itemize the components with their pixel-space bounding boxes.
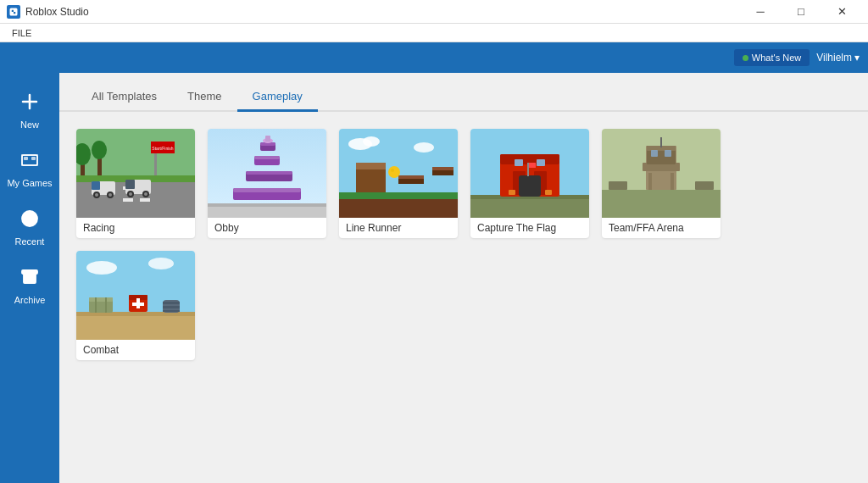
sidebar-recent-label: Recent — [15, 236, 45, 247]
template-card-line-runner[interactable]: Line Runner — [339, 129, 458, 238]
template-card-combat[interactable]: Combat — [76, 251, 195, 360]
svg-rect-54 — [356, 163, 386, 169]
svg-point-90 — [148, 258, 174, 269]
tab-gameplay[interactable]: Gameplay — [237, 83, 318, 112]
template-label-racing: Racing — [76, 218, 195, 238]
svg-rect-83 — [651, 150, 658, 157]
file-menu[interactable]: FILE — [7, 28, 36, 38]
template-card-team-ffa-arena[interactable]: Team/FFA Arena — [602, 129, 721, 238]
svg-rect-40 — [246, 171, 292, 175]
sidebar: New My Games Recent Archive — [0, 73, 59, 483]
svg-rect-78 — [648, 173, 652, 190]
svg-rect-69 — [537, 159, 545, 166]
template-thumb-ctf — [470, 129, 589, 218]
plus-icon — [19, 92, 40, 115]
svg-rect-71 — [527, 163, 529, 176]
sidebar-item-recent[interactable]: Recent — [0, 198, 59, 257]
svg-rect-76 — [602, 190, 721, 218]
template-thumb-line-runner — [339, 129, 458, 218]
svg-rect-86 — [609, 181, 627, 190]
sidebar-item-my-games[interactable]: My Games — [0, 140, 59, 198]
sidebar-my-games-label: My Games — [7, 178, 52, 188]
svg-point-18 — [92, 141, 107, 159]
app-title: Roblox Studio — [25, 6, 89, 18]
tab-theme[interactable]: Theme — [172, 83, 236, 112]
sidebar-archive-label: Archive — [14, 295, 46, 305]
svg-point-33 — [144, 192, 147, 196]
svg-rect-100 — [132, 303, 144, 306]
svg-rect-3 — [24, 157, 28, 160]
title-bar: Roblox Studio ─ □ ✕ — [0, 0, 868, 24]
sidebar-item-new[interactable]: New — [0, 81, 59, 140]
archive-icon — [19, 267, 40, 291]
svg-rect-36 — [208, 203, 326, 207]
svg-rect-56 — [398, 175, 424, 179]
user-chevron-icon: ▾ — [854, 52, 860, 64]
tab-all-templates[interactable]: All Templates — [76, 83, 172, 112]
template-thumb-team-arena — [602, 129, 721, 218]
user-name: Vilhielm — [816, 52, 852, 64]
svg-rect-42 — [254, 156, 280, 159]
svg-point-25 — [95, 193, 98, 197]
svg-rect-7 — [22, 270, 37, 274]
menu-bar: FILE — [0, 24, 868, 42]
title-bar-left: Roblox Studio — [7, 5, 89, 19]
main-layout: New My Games Recent Archive — [0, 73, 868, 483]
svg-point-27 — [108, 193, 112, 197]
svg-rect-46 — [265, 136, 270, 142]
svg-rect-70 — [519, 175, 541, 197]
svg-rect-23 — [92, 181, 100, 190]
templates-area: Start/Finish — [59, 112, 868, 483]
svg-text:Start/Finish: Start/Finish — [152, 146, 174, 151]
svg-point-89 — [86, 261, 117, 275]
whats-new-button[interactable]: What's New — [734, 49, 810, 66]
user-menu-button[interactable]: Vilhielm ▾ — [816, 52, 860, 64]
svg-rect-84 — [665, 150, 671, 157]
template-label-team-ffa-arena: Team/FFA Arena — [602, 218, 721, 238]
minimize-button[interactable]: ─ — [741, 0, 780, 24]
app-logo — [7, 5, 20, 19]
svg-point-50 — [414, 142, 434, 153]
svg-point-60 — [391, 169, 394, 172]
maximize-button[interactable]: □ — [782, 0, 821, 24]
svg-rect-68 — [515, 159, 523, 166]
svg-rect-52 — [339, 192, 458, 199]
svg-rect-4 — [31, 157, 36, 160]
svg-rect-79 — [670, 173, 674, 190]
template-card-capture-the-flag[interactable]: Capture The Flag — [470, 129, 589, 238]
svg-rect-13 — [123, 198, 133, 202]
templates-grid: Start/Finish — [76, 129, 851, 360]
svg-rect-73 — [509, 190, 515, 195]
svg-rect-29 — [125, 180, 135, 189]
svg-rect-14 — [140, 198, 150, 202]
template-label-combat: Combat — [76, 340, 195, 360]
svg-rect-72 — [529, 163, 536, 168]
content-area: All Templates Theme Gameplay — [59, 73, 868, 483]
svg-rect-96 — [105, 297, 107, 313]
template-card-obby[interactable]: Obby — [208, 129, 326, 238]
notification-dot — [743, 55, 748, 61]
template-label-obby: Obby — [208, 218, 326, 238]
svg-point-49 — [363, 136, 380, 147]
top-bar: What's New Vilhielm ▾ — [0, 42, 868, 73]
svg-rect-87 — [695, 181, 714, 190]
window-controls: ─ □ ✕ — [741, 0, 861, 24]
whats-new-label: What's New — [752, 53, 801, 63]
svg-rect-58 — [432, 167, 453, 170]
tabs-bar: All Templates Theme Gameplay — [59, 73, 868, 112]
template-label-line-runner: Line Runner — [339, 218, 458, 238]
svg-point-59 — [388, 166, 400, 178]
template-card-racing[interactable]: Start/Finish — [76, 129, 195, 238]
template-thumb-racing: Start/Finish — [76, 129, 195, 218]
svg-rect-38 — [233, 188, 301, 192]
sidebar-item-archive[interactable]: Archive — [0, 257, 59, 315]
svg-rect-103 — [163, 306, 180, 308]
svg-rect-95 — [95, 297, 97, 313]
svg-rect-104 — [163, 310, 180, 312]
template-thumb-combat — [76, 251, 195, 340]
svg-rect-2 — [14, 12, 15, 14]
recent-icon — [19, 208, 40, 232]
svg-rect-74 — [545, 190, 552, 195]
template-label-ctf: Capture The Flag — [470, 218, 589, 238]
close-button[interactable]: ✕ — [822, 0, 861, 24]
